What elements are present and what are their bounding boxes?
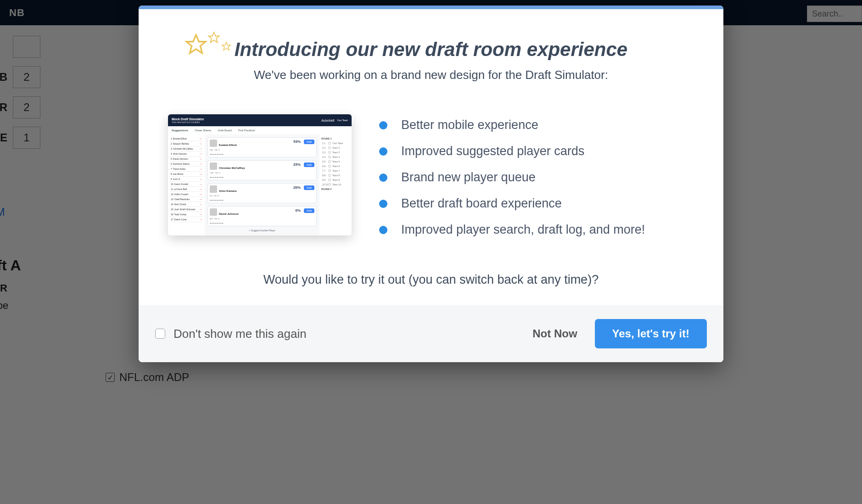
- feature-text: Improved suggested player cards: [401, 144, 584, 158]
- bullet-dot-icon: [379, 121, 387, 129]
- feature-item: Improved player search, draft log, and m…: [379, 223, 694, 237]
- modal-body: Introducing our new draft room experienc…: [139, 9, 723, 305]
- preview-your-team: Your Team: [337, 119, 348, 122]
- star-icon: [221, 41, 231, 51]
- preview-rank-row: 15Josh Smith-Schuster—: [170, 207, 203, 212]
- features-list: Better mobile experience Improved sugges…: [379, 118, 694, 249]
- preview-header-sub: Your next turn is in 12 picks: [172, 121, 204, 123]
- bullet-dot-icon: [379, 174, 387, 182]
- preview-rank-row: 1Ezekiel Elliott—: [170, 136, 203, 141]
- preview-player-card: David JohnsonARI · RB #40%Draft▬ ▬ ▬ ▬ ▬…: [207, 206, 317, 226]
- preview-rank-row: 12Adam Cooper—: [170, 192, 203, 197]
- preview-rank-row: 3Christian McCaffrey—: [170, 146, 203, 151]
- preview-queue-slot: 6.6Team 6: [321, 164, 350, 168]
- preview-rank-row: 13Odell Beckham—: [170, 197, 203, 202]
- preview-autodraft: Autodraft: [321, 119, 334, 122]
- star-icon: [207, 31, 220, 44]
- preview-queue-slot: 2.2Team 2: [321, 146, 350, 150]
- preview-queue-slot: 9.9Team 9: [321, 178, 350, 182]
- preview-tab: Pick Predictor: [238, 129, 255, 132]
- bullet-dot-icon: [379, 226, 387, 234]
- feature-text: Better draft board experience: [401, 196, 562, 211]
- feature-text: Brand new player queue: [401, 170, 536, 185]
- preview-rank-row: 17Dalvin Cook—: [170, 217, 203, 222]
- modal-prompt: Would you like to try it out (you can sw…: [168, 273, 694, 287]
- dont-show-option[interactable]: Don't show me this again: [155, 327, 307, 341]
- preview-player-card: Christian McCaffreyCAR · RB #225%Draft▬ …: [207, 160, 317, 180]
- preview-tab: Draft Board: [218, 129, 232, 132]
- intro-modal: Introducing our new draft room experienc…: [139, 6, 723, 362]
- preview-tab: Suggestions: [172, 129, 188, 132]
- dont-show-label: Don't show me this again: [174, 327, 307, 341]
- preview-queue-slot: 8.8Team 8: [321, 173, 350, 178]
- preview-rank-row: 2Saquon Barkley—: [170, 141, 203, 146]
- checkbox-icon[interactable]: [155, 329, 165, 339]
- preview-rank-row: 4Alvin Kamara—: [170, 151, 203, 157]
- feature-item: Better mobile experience: [379, 118, 694, 132]
- modal-subtitle: We've been working on a brand new design…: [168, 68, 694, 82]
- star-icon: [185, 33, 207, 56]
- preview-queue-slot: 7.7Team 7: [321, 168, 350, 173]
- preview-rank-row: 11Le'Veon Bell—: [170, 187, 203, 192]
- preview-tab: Cheat Sheets: [195, 129, 211, 132]
- modal-footer: Don't show me this again Not Now Yes, le…: [139, 305, 723, 362]
- preview-rank-row: 5David Johnson—: [170, 157, 203, 162]
- preview-app-title: Mock Draft Simulator: [172, 118, 204, 121]
- preview-queue-slot: 4.4Team 4: [321, 155, 350, 159]
- feature-item: Brand new player queue: [379, 170, 694, 185]
- preview-player-card: Alvin KamaraNO · RB #320%Draft▬ ▬ ▬ ▬ ▬ …: [207, 183, 317, 203]
- bullet-dot-icon: [379, 147, 387, 156]
- preview-rank-row: 10Aaron Donald—: [170, 182, 203, 187]
- not-now-button[interactable]: Not Now: [532, 327, 577, 340]
- preview-queue-slot: 3.3Team 3: [321, 150, 350, 155]
- preview-queue-slot: 1.1Your Team: [321, 141, 350, 146]
- feature-item: Improved suggested player cards: [379, 144, 694, 158]
- feature-text: Improved player search, draft log, and m…: [401, 223, 645, 237]
- preview-round-label: ROUND 1: [321, 137, 350, 140]
- preview-rank-row: 6DeAndre Adams—: [170, 162, 203, 167]
- feature-item: Better draft board experience: [379, 196, 694, 211]
- preview-rank-row: 16Todd Gurley—: [170, 212, 203, 217]
- svg-marker-1: [208, 32, 219, 42]
- preview-rank-row: 7Travis Kelce—: [170, 167, 203, 172]
- preview-rank-row: 8Joe Mixon—: [170, 172, 203, 177]
- svg-marker-2: [222, 42, 230, 50]
- modal-title: Introducing our new draft room experienc…: [168, 39, 694, 61]
- preview-suggest-more: + Suggest Another Player: [207, 229, 317, 232]
- preview-player-card: Ezekiel ElliottDAL · RB #153%Draft▬ ▬ ▬ …: [207, 137, 317, 157]
- preview-queue-slot: 10.10Team 10: [321, 182, 350, 187]
- try-it-button[interactable]: Yes, let's try it!: [595, 319, 707, 348]
- preview-round-label: ROUND 2: [321, 188, 350, 190]
- svg-marker-0: [186, 35, 206, 53]
- preview-queue-slot: 5.5Team 5: [321, 159, 350, 164]
- preview-rank-row: 14Nick Chubb—: [170, 202, 203, 207]
- preview-rank-row: 9JuJu S.—: [170, 177, 203, 182]
- bullet-dot-icon: [379, 200, 387, 208]
- preview-screenshot: Mock Draft Simulator Your next turn is i…: [168, 114, 352, 235]
- modal-accent-strip: [139, 6, 723, 9]
- feature-text: Better mobile experience: [401, 118, 538, 132]
